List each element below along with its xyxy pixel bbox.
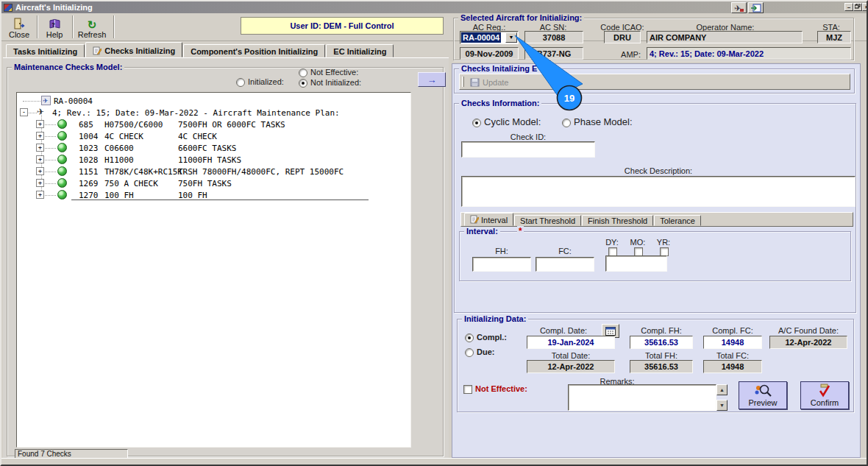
interval-dy-label: DY: — [602, 238, 622, 247]
confirm-button[interactable]: Confirm — [800, 381, 849, 409]
exit-window-icon[interactable] — [748, 2, 764, 13]
tab-ec-initializing[interactable]: EC Initializing — [326, 44, 394, 57]
update-button[interactable]: Update — [467, 76, 513, 88]
maintenance-checks-model-title: Maintenance Checks Model: — [12, 63, 124, 71]
amp-label: AMP: — [598, 50, 641, 59]
operator-name-value: AIR COMPANY — [647, 31, 803, 43]
tree-check-row-1004[interactable]: +10044C CHECK4C CHECK — [17, 130, 410, 142]
phase-model-radio[interactable] — [562, 119, 571, 127]
interval-calendar-input[interactable] — [605, 255, 667, 272]
collapse-expander[interactable]: - — [20, 108, 28, 116]
check-description: 4C CHECK — [178, 132, 217, 141]
not-effective-label: Not Effective: — [310, 68, 358, 77]
help-button[interactable]: ? Help — [38, 15, 71, 40]
main-tabstrip: Tasks InitializingChecks InitializingCom… — [6, 42, 394, 57]
compl-label: Compl.: — [477, 333, 507, 342]
interval-fc-input[interactable] — [536, 257, 594, 272]
compl-date-value[interactable]: 19-Jan-2024 — [527, 336, 615, 349]
subtab-interval[interactable]: Interval — [464, 213, 513, 226]
total-date-label: Total Date: — [527, 351, 615, 360]
expand-expander[interactable]: + — [36, 191, 44, 199]
scroll-down-icon[interactable]: ▼ — [716, 400, 728, 411]
checks-information-group: Checks Information: Cyclic Model: Phase … — [454, 103, 856, 313]
check-description: 6600FC TASKS — [178, 144, 236, 153]
minimize-button[interactable]: – — [844, 3, 853, 11]
tree-connector — [45, 124, 56, 125]
tree-root-row[interactable]: ✈ RA-00004 — [17, 95, 410, 107]
due-radio[interactable] — [465, 348, 474, 357]
green-status-ball-icon — [57, 143, 67, 152]
toolbar-separator — [113, 15, 115, 38]
subtab-start-threshold[interactable]: Start Threshold — [514, 215, 581, 226]
tab-checks-initializing[interactable]: Checks Initializing — [85, 42, 182, 57]
cyclic-model-radio[interactable] — [472, 119, 481, 127]
interval-tabstrip: IntervalStart ThresholdFinish ThresholdT… — [460, 212, 853, 227]
green-status-ball-icon — [57, 190, 67, 200]
expand-expander[interactable]: + — [36, 155, 44, 163]
total-fh-value: 35616.53 — [630, 360, 693, 373]
user-banner: User ID: DEM - Full Control — [241, 17, 444, 35]
tree-check-row-1151[interactable]: +1151TH78K/C48K+RC15KTRSH 78000FH/48000F… — [17, 166, 410, 177]
maintenance-plan-icon: ✈ — [37, 107, 44, 117]
preview-button[interactable]: Preview — [739, 381, 787, 409]
compl-fh-value[interactable]: 35616.53 — [630, 336, 693, 349]
close-button[interactable]: Close — [3, 15, 35, 40]
compl-date-label: Compl. Date: — [527, 326, 600, 335]
ac-reg-combobox[interactable]: RA-00004 ▼ — [460, 31, 519, 44]
subtab-tolerance[interactable]: Tolerance — [654, 215, 701, 226]
expand-expander[interactable]: + — [36, 179, 44, 187]
tab-component-s-position-initializing[interactable]: Component's Position Initializing — [183, 44, 325, 57]
check-id-input[interactable] — [461, 141, 595, 158]
amp-value: 4; Rev.: 15; Date: 09-Mar-2022 — [647, 47, 851, 60]
aircraft-select-icon[interactable]: ✈ — [731, 2, 747, 13]
expand-expander[interactable]: + — [36, 132, 44, 140]
tree-plan-row[interactable]: - ✈ 4; Rev.: 15; Date: 09-Mar-2022 - Air… — [17, 107, 410, 119]
close-window-button[interactable]: × — [862, 3, 868, 11]
initialized-radio[interactable] — [236, 78, 245, 87]
bottom-strip — [1, 458, 867, 466]
tree-check-row-1269[interactable]: +1269750 A CHECK750FH TASKS — [17, 177, 410, 189]
green-status-ball-icon — [57, 178, 67, 188]
interval-fh-input[interactable] — [472, 257, 531, 272]
notepad-icon — [470, 215, 479, 225]
tab-label: Tasks Initializing — [13, 47, 77, 56]
tree-check-row-1023[interactable]: +1023C066006600FC TASKS — [17, 142, 410, 154]
compl-fc-label: Compl. FC: — [703, 326, 762, 335]
ac-model-value: B737-NG — [524, 47, 583, 60]
right-panel: Checks Initalizing E Update Checks Infor… — [452, 63, 861, 458]
expand-expander[interactable]: + — [36, 167, 44, 175]
not-initialized-radio[interactable] — [299, 79, 307, 88]
check-description: TRSH 78000FH/48000FC, REPT 15000FC — [178, 167, 344, 177]
compl-radio[interactable] — [465, 333, 474, 342]
check-id: 1004 — [79, 132, 99, 141]
preview-icon — [753, 384, 772, 398]
interval-fh-label: FH: — [472, 247, 531, 255]
check-description: 7500FH OR 6000FC TASKS — [178, 120, 285, 130]
tree-check-row-685[interactable]: +685H07500/C60007500FH OR 6000FC TASKS — [17, 119, 410, 130]
save-icon — [470, 78, 480, 87]
not-effective-checkbox[interactable] — [463, 385, 472, 394]
initializing-data-group: Initializing Data: Compl.: Due: Compl. D… — [457, 319, 854, 412]
not-effective-radio[interactable] — [299, 68, 307, 77]
compl-fc-value[interactable]: 14948 — [703, 336, 762, 349]
green-status-ball-icon — [57, 119, 67, 129]
check-description-textarea[interactable] — [461, 176, 855, 207]
refresh-button[interactable]: ↻ Refresh — [74, 15, 110, 40]
remarks-textarea[interactable] — [568, 384, 716, 411]
tab-tasks-initializing[interactable]: Tasks Initializing — [6, 44, 85, 57]
expand-expander[interactable]: + — [36, 120, 44, 128]
tree-connector — [45, 160, 56, 160]
chevron-down-icon[interactable]: ▼ — [505, 32, 517, 43]
scroll-up-icon[interactable]: ▲ — [716, 384, 728, 395]
tree-connector — [45, 148, 56, 149]
move-to-editor-button[interactable]: → — [418, 72, 446, 87]
restore-button[interactable] — [853, 3, 862, 11]
expand-expander[interactable]: + — [36, 144, 44, 152]
tree-connector — [45, 195, 56, 196]
subtab-finish-threshold[interactable]: Finish Threshold — [582, 215, 653, 226]
tab-label: Component's Position Initializing — [191, 47, 318, 56]
interval-group: Interval: * FH: FC: DY: MO: YR: — [459, 231, 851, 281]
checks-tree[interactable]: ✈ RA-00004 - ✈ 4; Rev.: 15; Date: 09-Mar… — [16, 92, 411, 448]
total-fc-label: Total FC: — [703, 351, 762, 360]
tree-check-row-1028[interactable]: +1028H1100011000FH TASKS — [17, 154, 410, 166]
